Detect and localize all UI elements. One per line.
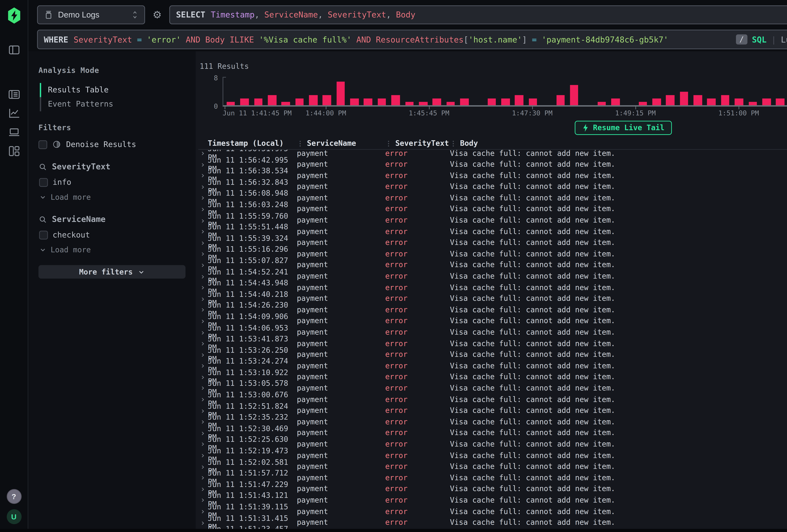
histogram-bar[interactable] — [281, 102, 290, 105]
checkbox[interactable] — [38, 140, 47, 149]
histogram-bar[interactable] — [227, 102, 235, 105]
col-body[interactable]: ⋮Body — [450, 139, 787, 148]
filter-value-info[interactable]: info — [38, 177, 186, 187]
sidebar-toggle-icon[interactable] — [0, 42, 28, 58]
col-timestamp[interactable]: Timestamp (Local) — [208, 139, 297, 148]
row-expand-chevron[interactable]: › — [198, 463, 208, 470]
histogram-bar[interactable] — [762, 99, 771, 105]
histogram-bar[interactable] — [432, 99, 441, 105]
row-expand-chevron[interactable]: › — [198, 250, 208, 258]
row-expand-chevron[interactable]: › — [198, 283, 208, 292]
select-columns-input[interactable]: SELECT Timestamp, ServiceName, SeverityT… — [169, 5, 787, 24]
filter-value-checkout[interactable]: checkout — [38, 230, 186, 239]
load-more-severitytext[interactable]: Load more — [38, 193, 186, 202]
histogram-bar[interactable] — [529, 99, 537, 105]
row-expand-chevron[interactable]: › — [198, 328, 208, 336]
load-more-servicename[interactable]: Load more — [38, 246, 186, 254]
grip-icon[interactable]: ⋮ — [450, 140, 457, 147]
checkbox[interactable] — [39, 230, 48, 239]
histogram-bar[interactable] — [323, 95, 331, 105]
row-expand-chevron[interactable]: › — [198, 171, 208, 179]
row-expand-chevron[interactable]: › — [198, 396, 208, 403]
row-expand-chevron[interactable]: › — [198, 272, 208, 280]
row-expand-chevron[interactable]: › — [198, 451, 208, 459]
row-expand-chevron[interactable]: › — [198, 474, 208, 482]
row-expand-chevron[interactable]: › — [198, 216, 208, 224]
row-expand-chevron[interactable]: › — [198, 194, 208, 202]
grip-icon[interactable]: ⋮ — [297, 140, 304, 147]
tab-results-table[interactable]: Results Table — [40, 83, 186, 97]
row-expand-chevron[interactable]: › — [198, 339, 208, 347]
row-expand-chevron[interactable]: › — [198, 183, 208, 191]
histogram-bar[interactable] — [694, 95, 702, 105]
histogram-bar[interactable] — [295, 99, 304, 105]
histogram-bar[interactable] — [570, 85, 578, 105]
checkbox[interactable] — [39, 178, 48, 187]
row-expand-chevron[interactable]: › — [198, 518, 208, 527]
where-filter-input[interactable]: WHERE SeverityText = 'error' AND Body IL… — [37, 30, 787, 49]
histogram-bar[interactable] — [556, 95, 565, 105]
row-expand-chevron[interactable]: › — [198, 440, 208, 448]
row-expand-chevron[interactable]: › — [198, 160, 208, 168]
histogram-bar[interactable] — [378, 99, 386, 105]
row-expand-chevron[interactable]: › — [198, 306, 208, 314]
histogram-bar[interactable] — [652, 99, 661, 105]
histogram-bar[interactable] — [405, 102, 413, 105]
chart-explorer-icon[interactable] — [0, 105, 28, 122]
row-expand-chevron[interactable]: › — [198, 384, 208, 392]
col-servicename[interactable]: ⋮ServiceName — [297, 139, 385, 148]
histogram-bar[interactable] — [391, 95, 400, 105]
row-expand-chevron[interactable]: › — [198, 228, 208, 235]
tab-event-patterns[interactable]: Event Patterns — [40, 97, 186, 111]
help-button[interactable]: ? — [6, 489, 21, 504]
histogram-bar[interactable] — [707, 99, 716, 105]
resume-live-tail-button[interactable]: Resume Live Tail — [575, 121, 672, 135]
table-row[interactable]: ›Jun 11 1:56:51.975 PMpaymenterrorVisa c… — [198, 150, 787, 155]
histogram-bar[interactable] — [460, 99, 469, 105]
row-expand-chevron[interactable]: › — [198, 407, 208, 414]
row-expand-chevron[interactable]: › — [198, 496, 208, 504]
histogram-bar[interactable] — [446, 102, 455, 105]
histogram-bar[interactable] — [721, 95, 729, 105]
row-expand-chevron[interactable]: › — [198, 205, 208, 213]
histogram-bar[interactable] — [268, 95, 276, 105]
histogram-bar[interactable] — [611, 99, 620, 105]
histogram-bar[interactable] — [776, 99, 785, 105]
row-expand-chevron[interactable]: › — [198, 373, 208, 381]
more-filters-button[interactable]: More filters — [38, 265, 186, 279]
histogram-bar[interactable] — [419, 102, 427, 105]
row-expand-chevron[interactable]: › — [198, 485, 208, 493]
dashboards-icon[interactable] — [0, 143, 28, 159]
sessions-icon[interactable] — [0, 124, 28, 141]
histogram-bar[interactable] — [680, 92, 688, 105]
denoise-results-checkbox[interactable]: Denoise Results — [38, 140, 186, 149]
histogram-bar[interactable] — [350, 99, 359, 105]
histogram-bar[interactable] — [309, 95, 318, 105]
logs-search-icon[interactable] — [0, 86, 28, 103]
col-severitytext[interactable]: ⋮SeverityText — [385, 139, 450, 148]
row-expand-chevron[interactable]: › — [198, 350, 208, 359]
histogram-bar[interactable] — [240, 99, 249, 105]
histogram-bar[interactable] — [336, 82, 345, 105]
row-expand-chevron[interactable]: › — [198, 362, 208, 370]
sql-mode-toggle[interactable]: SQL — [752, 35, 767, 44]
row-expand-chevron[interactable]: › — [198, 295, 208, 303]
histogram-plot[interactable] — [222, 77, 787, 107]
row-expand-chevron[interactable]: › — [198, 239, 208, 247]
row-expand-chevron[interactable]: › — [198, 150, 208, 157]
histogram-bar[interactable] — [748, 102, 757, 105]
row-expand-chevron[interactable]: › — [198, 418, 208, 426]
histogram-bar[interactable] — [597, 102, 606, 105]
histogram-bar[interactable] — [487, 99, 496, 105]
row-expand-chevron[interactable]: › — [198, 507, 208, 515]
grip-icon[interactable]: ⋮ — [385, 140, 392, 147]
histogram-bar[interactable] — [364, 99, 373, 105]
histogram-bar[interactable] — [666, 95, 675, 105]
row-expand-chevron[interactable]: › — [198, 429, 208, 437]
lucene-mode-toggle[interactable]: Lucene — [781, 35, 787, 44]
user-avatar[interactable]: U — [6, 509, 21, 524]
row-expand-chevron[interactable]: › — [198, 261, 208, 269]
source-selector[interactable]: Demo Logs — [37, 5, 145, 24]
histogram-bar[interactable] — [501, 99, 510, 105]
histogram-bar[interactable] — [515, 95, 524, 105]
